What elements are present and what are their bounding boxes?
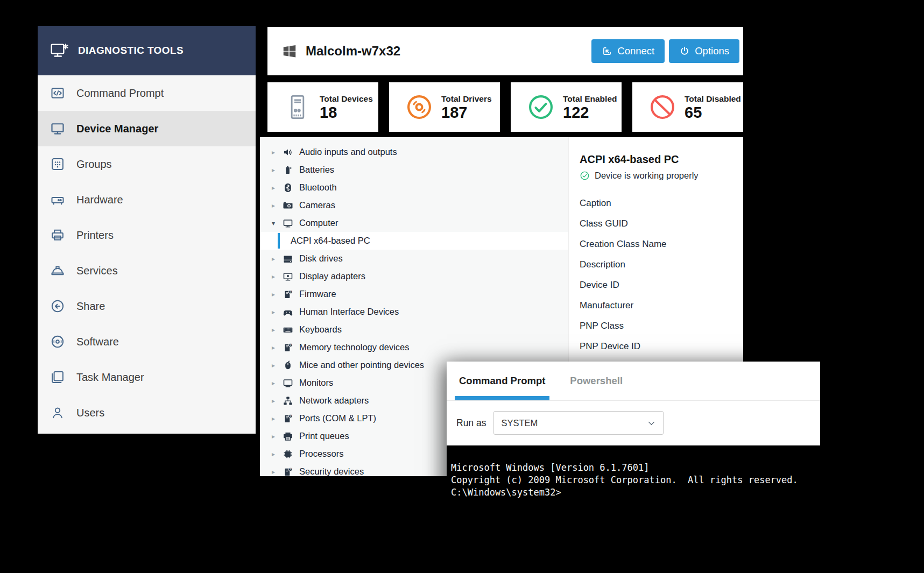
tab-powershell[interactable]: Powershell — [570, 362, 623, 400]
tree-item-label: Display adapters — [299, 271, 365, 281]
tree-item-computer[interactable]: ▾ Computer — [260, 214, 568, 232]
device-name-title: Malcolm-w7x32 — [306, 44, 400, 59]
groups-icon — [50, 157, 65, 172]
tree-item-batteries[interactable]: ▸ Batteries — [260, 161, 568, 179]
caret-icon[interactable]: ▸ — [272, 256, 279, 262]
monitor-icon — [283, 218, 293, 229]
sidebar-item-share[interactable]: Share — [38, 288, 256, 324]
caret-icon[interactable]: ▸ — [272, 167, 279, 173]
caret-icon[interactable]: ▸ — [272, 309, 279, 315]
tree-child-label: ACPI x64-based PC — [291, 236, 370, 246]
pc-tower-icon — [284, 93, 312, 121]
caret-icon[interactable]: ▸ — [272, 380, 279, 386]
caret-icon[interactable]: ▸ — [272, 451, 279, 457]
network-icon — [283, 395, 293, 406]
stat-value: 18 — [320, 105, 373, 121]
caret-icon[interactable]: ▸ — [272, 415, 279, 422]
caret-icon[interactable]: ▸ — [272, 273, 279, 280]
terminal-output[interactable]: Microsoft Windows [Version 6.1.7601]Copy… — [447, 445, 820, 522]
caret-icon[interactable]: ▸ — [272, 398, 279, 404]
caret-icon[interactable]: ▸ — [272, 291, 279, 298]
tree-item-audio-inputs-and-outputs[interactable]: ▸ Audio inputs and outputs — [260, 143, 568, 161]
stat-card-total-drivers: Total Drivers 187 — [389, 82, 500, 132]
tree-item-firmware[interactable]: ▸ ? Firmware — [260, 285, 568, 303]
tree-item-label: Bluetooth — [299, 182, 337, 193]
tree-item-acpi-x64-based-pc-selected[interactable]: ACPI x64-based PC — [260, 232, 568, 250]
device-status-text: Device is working properly — [595, 171, 699, 181]
svg-text:?: ? — [290, 290, 291, 293]
caret-icon[interactable]: ▸ — [272, 149, 279, 155]
detail-field-manufacturer: Manufacturer — [580, 295, 743, 316]
tree-item-label: Human Interface Devices — [299, 307, 399, 317]
stat-card-total-disabled: Total Disabled 65 — [632, 82, 743, 132]
tree-item-cameras[interactable]: ▸ Cameras — [260, 196, 568, 214]
tree-item-keyboards[interactable]: ▸ Keyboards — [260, 321, 568, 338]
processor-icon — [283, 449, 293, 459]
caret-icon[interactable]: ▸ — [272, 344, 279, 351]
tree-item-display-adapters[interactable]: ▸ Display adapters — [260, 267, 568, 285]
tree-item-label: Print queues — [299, 431, 349, 441]
sidebar-item-users[interactable]: Users — [38, 395, 256, 430]
run-as-select[interactable]: SYSTEM — [493, 411, 664, 435]
command-prompt-window: Command PromptPowershell Run as SYSTEM M… — [447, 362, 820, 522]
sidebar-item-printers[interactable]: Printers — [38, 217, 256, 253]
bluetooth-icon — [283, 182, 293, 193]
sidebar-item-label: Groups — [76, 158, 112, 171]
options-button[interactable]: Options — [669, 39, 739, 63]
stat-label: Total Drivers — [441, 94, 492, 104]
tree-item-label: Memory technology devices — [299, 342, 410, 352]
stat-label: Total Enabled — [563, 94, 617, 104]
terminal-tab-bar: Command PromptPowershell — [447, 362, 820, 401]
stat-card-total-enabled: Total Enabled 122 — [511, 82, 622, 132]
sidebar-item-label: Command Prompt — [76, 87, 164, 100]
speaker-icon — [283, 147, 293, 158]
svg-text:?: ? — [290, 343, 291, 346]
sidebar-item-label: Software — [76, 336, 119, 348]
caret-icon[interactable]: ▸ — [272, 327, 279, 333]
sidebar-item-hardware[interactable]: Hardware — [38, 182, 256, 217]
device-unknown-icon: ? — [283, 413, 293, 424]
sidebar-items: Command Prompt Device Manager Groups Har… — [38, 75, 256, 430]
caret-icon[interactable]: ▸ — [272, 469, 279, 475]
tree-item-memory-technology-devices[interactable]: ▸ ? Memory technology devices — [260, 338, 568, 356]
chevron-down-icon — [647, 419, 656, 428]
caret-icon[interactable]: ▸ — [272, 185, 279, 191]
check-circle-icon — [527, 93, 555, 121]
mouse-icon — [283, 360, 293, 371]
sidebar-item-label: Users — [76, 407, 104, 419]
svg-text:?: ? — [290, 414, 291, 418]
caret-icon[interactable]: ▸ — [272, 362, 279, 369]
power-icon — [679, 46, 690, 56]
tree-item-label: Audio inputs and outputs — [299, 147, 397, 157]
hardware-icon — [50, 192, 65, 207]
connect-button[interactable]: Connect — [591, 39, 665, 63]
tab-command-prompt[interactable]: Command Prompt — [459, 362, 545, 400]
sidebar-item-software[interactable]: Software — [38, 324, 256, 359]
caret-icon[interactable]: ▾ — [272, 220, 279, 227]
battery-icon — [283, 165, 293, 175]
sidebar-item-device-manager[interactable]: Device Manager — [38, 111, 256, 146]
tree-item-label: Disk drives — [299, 253, 343, 264]
stat-cards-row: Total Devices 18 Total Drivers 187 Total… — [267, 82, 743, 132]
disk-icon — [283, 253, 293, 264]
sidebar-item-services[interactable]: Services — [38, 253, 256, 288]
gamepad-icon — [283, 307, 293, 317]
sidebar-item-label: Device Manager — [76, 123, 158, 135]
header-buttons: Connect Options — [591, 39, 739, 63]
detail-field-device-id: Device ID — [580, 275, 743, 295]
sidebar-item-command-prompt[interactable]: Command Prompt — [38, 75, 256, 111]
sidebar-item-task-manager[interactable]: Task Manager — [38, 359, 256, 395]
tree-item-bluetooth[interactable]: ▸ Bluetooth — [260, 179, 568, 196]
monitor-asterisk-icon — [50, 41, 69, 60]
caret-icon[interactable]: ▸ — [272, 433, 279, 440]
stat-label: Total Devices — [320, 94, 373, 104]
tree-item-disk-drives[interactable]: ▸ Disk drives — [260, 250, 568, 267]
sidebar-item-groups[interactable]: Groups — [38, 146, 256, 182]
terminal-output-line: Microsoft Windows [Version 6.1.7601] — [451, 462, 820, 474]
terminal-output-line: C:\Windows\system32> — [451, 486, 820, 499]
caret-icon[interactable]: ▸ — [272, 202, 279, 209]
device-status: Device is working properly — [580, 171, 743, 181]
tree-item-human-interface-devices[interactable]: ▸ Human Interface Devices — [260, 303, 568, 321]
tree-item-label: Keyboards — [299, 324, 342, 335]
connect-cursor-icon — [602, 46, 612, 56]
